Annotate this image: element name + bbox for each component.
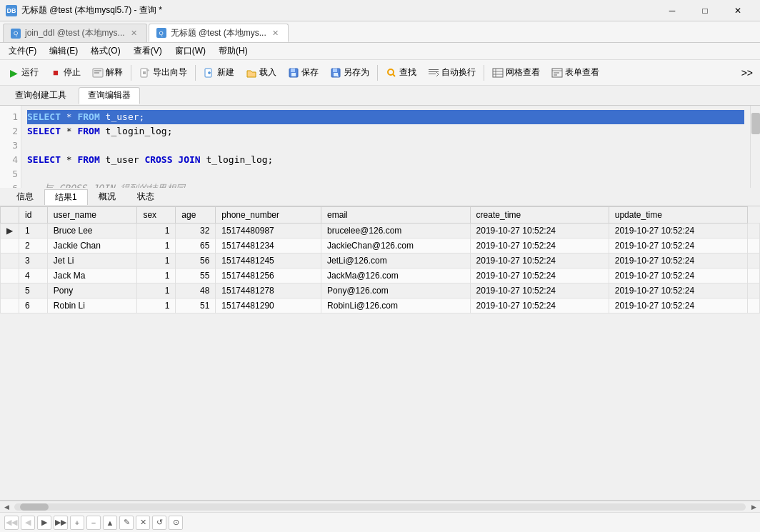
explain-button[interactable]: 解释: [87, 63, 128, 83]
cell-id[interactable]: 5: [19, 283, 48, 298]
cell-indicator[interactable]: [1, 268, 19, 283]
col-update-time[interactable]: update_time: [609, 207, 747, 224]
cell-update_time[interactable]: 2019-10-27 10:52:24: [609, 224, 747, 239]
minimize-button[interactable]: ─: [656, 0, 689, 21]
col-phone-number[interactable]: phone_number: [216, 207, 321, 224]
menu-window[interactable]: 窗口(W): [169, 44, 211, 59]
cell-email[interactable]: JackieChan@126.com: [321, 239, 471, 254]
cell-user_name[interactable]: Jack Ma: [47, 268, 137, 283]
result-tab-status[interactable]: 状态: [126, 189, 165, 205]
first-record-button[interactable]: ◀◀: [4, 516, 19, 530]
maximize-button[interactable]: □: [689, 0, 721, 21]
col-id[interactable]: id: [19, 207, 48, 224]
code-line-4[interactable]: SELECT * FROM t_user CROSS JOIN t_login_…: [27, 153, 744, 167]
cell-update_time[interactable]: 2019-10-27 10:52:24: [609, 239, 747, 254]
col-age[interactable]: age: [176, 207, 216, 224]
delete-record-button[interactable]: −: [86, 516, 101, 530]
prev-record-button[interactable]: ◀: [21, 516, 35, 530]
cell-id[interactable]: 3: [19, 254, 48, 268]
result-tab-overview[interactable]: 概况: [88, 189, 126, 205]
cell-create_time[interactable]: 2019-10-27 10:52:24: [470, 283, 609, 298]
scroll-thumb[interactable]: [20, 503, 49, 511]
sub-tab-query-editor[interactable]: 查询编辑器: [79, 87, 140, 104]
next-record-button[interactable]: ▶: [37, 516, 51, 530]
cell-sex[interactable]: 1: [137, 239, 176, 254]
move-up-button[interactable]: ▲: [103, 516, 117, 530]
cell-phone_number[interactable]: 15174481245: [216, 254, 321, 268]
cell-email[interactable]: brucelee@126.com: [321, 224, 471, 239]
autowrap-button[interactable]: 自动换行: [423, 63, 481, 83]
form-view-button[interactable]: 表单查看: [546, 63, 604, 83]
export-button[interactable]: 导出向导: [134, 63, 192, 83]
run-button[interactable]: ▶ 运行: [3, 63, 44, 83]
cell-sex[interactable]: 1: [137, 298, 176, 313]
code-line-2[interactable]: SELECT * FROM t_login_log;: [27, 124, 744, 139]
cell-phone_number[interactable]: 15174481290: [216, 298, 321, 313]
save-button[interactable]: 保存: [283, 63, 324, 83]
menu-format[interactable]: 格式(O): [85, 44, 126, 59]
cell-age[interactable]: 51: [176, 298, 216, 313]
cell-sex[interactable]: 1: [137, 224, 176, 239]
col-email[interactable]: email: [321, 207, 471, 224]
cell-id[interactable]: 6: [19, 298, 48, 313]
menu-view[interactable]: 查看(V): [128, 44, 168, 59]
toolbar-expand[interactable]: >>: [737, 66, 757, 80]
col-user-name[interactable]: user_name: [47, 207, 137, 224]
cell-sex[interactable]: 1: [137, 268, 176, 283]
tab-untitled[interactable]: Q 无标题 @test (本地mys... ✕: [149, 24, 289, 42]
col-create-time[interactable]: create_time: [470, 207, 609, 224]
cell-age[interactable]: 55: [176, 268, 216, 283]
cell-age[interactable]: 32: [176, 224, 216, 239]
cell-sex[interactable]: 1: [137, 254, 176, 268]
cell-indicator[interactable]: [1, 239, 19, 254]
cell-update_time[interactable]: 2019-10-27 10:52:24: [609, 298, 747, 313]
cell-id[interactable]: 2: [19, 239, 48, 254]
last-record-button[interactable]: ▶▶: [54, 516, 68, 530]
cell-id[interactable]: 1: [19, 224, 48, 239]
cell-update_time[interactable]: 2019-10-27 10:52:24: [609, 254, 747, 268]
edit-button[interactable]: ✎: [119, 516, 134, 530]
code-line-6[interactable]: -- 与 CROSS JOIN 得到的结果相同: [27, 181, 744, 188]
cell-user_name[interactable]: Bruce Lee: [47, 224, 137, 239]
cell-create_time[interactable]: 2019-10-27 10:52:24: [470, 254, 609, 268]
result-tab-info[interactable]: 信息: [6, 189, 44, 205]
cell-phone_number[interactable]: 15174481278: [216, 283, 321, 298]
saveas-button[interactable]: + 另存为: [325, 63, 374, 83]
discard-button[interactable]: ✕: [136, 516, 150, 530]
cell-create_time[interactable]: 2019-10-27 10:52:24: [470, 224, 609, 239]
cell-update_time[interactable]: 2019-10-27 10:52:24: [609, 268, 747, 283]
cell-create_time[interactable]: 2019-10-27 10:52:24: [470, 268, 609, 283]
data-table-wrapper[interactable]: id user_name sex age phone_number email …: [0, 206, 760, 501]
refresh-button[interactable]: ↺: [152, 516, 166, 530]
cell-email[interactable]: JetLi@126.com: [321, 254, 471, 268]
col-sex[interactable]: sex: [137, 207, 176, 224]
menu-help[interactable]: 帮助(H): [213, 44, 254, 59]
load-button[interactable]: 载入: [241, 63, 281, 83]
add-record-button[interactable]: +: [70, 516, 84, 530]
table-row[interactable]: 4Jack Ma15515174481256JackMa@126.com2019…: [1, 268, 760, 283]
cell-phone_number[interactable]: 15174481234: [216, 239, 321, 254]
stop-button[interactable]: ■ 停止: [45, 63, 86, 83]
close-button[interactable]: ✕: [721, 0, 754, 21]
cell-email[interactable]: Pony@126.com: [321, 283, 471, 298]
cell-email[interactable]: RobinLi@126.com: [321, 298, 471, 313]
cell-create_time[interactable]: 2019-10-27 10:52:24: [470, 239, 609, 254]
editor-scroll-thumb[interactable]: [751, 113, 760, 134]
tab-close-icon-2[interactable]: ✕: [271, 28, 281, 38]
table-row[interactable]: 6Robin Li15115174481290RobinLi@126.com20…: [1, 298, 760, 313]
info-button[interactable]: ⊙: [169, 516, 183, 530]
code-editor[interactable]: SELECT * FROM t_user; SELECT * FROM t_lo…: [21, 106, 750, 188]
find-button[interactable]: 查找: [381, 63, 421, 83]
table-row[interactable]: ▶1Bruce Lee13215174480987brucelee@126.co…: [1, 224, 760, 239]
code-line-1[interactable]: SELECT * FROM t_user;: [27, 110, 744, 124]
cell-create_time[interactable]: 2019-10-27 10:52:24: [470, 298, 609, 313]
grid-view-button[interactable]: 网格查看: [487, 63, 545, 83]
sub-tab-query-builder[interactable]: 查询创建工具: [6, 87, 76, 104]
cell-update_time[interactable]: 2019-10-27 10:52:24: [609, 283, 747, 298]
result-tab-result1[interactable]: 结果1: [44, 189, 88, 205]
scroll-left-arrow[interactable]: ◀: [1, 502, 11, 512]
code-line-5[interactable]: [27, 167, 744, 181]
cell-age[interactable]: 48: [176, 283, 216, 298]
menu-file[interactable]: 文件(F): [3, 44, 42, 59]
new-button[interactable]: 新建: [199, 63, 239, 83]
